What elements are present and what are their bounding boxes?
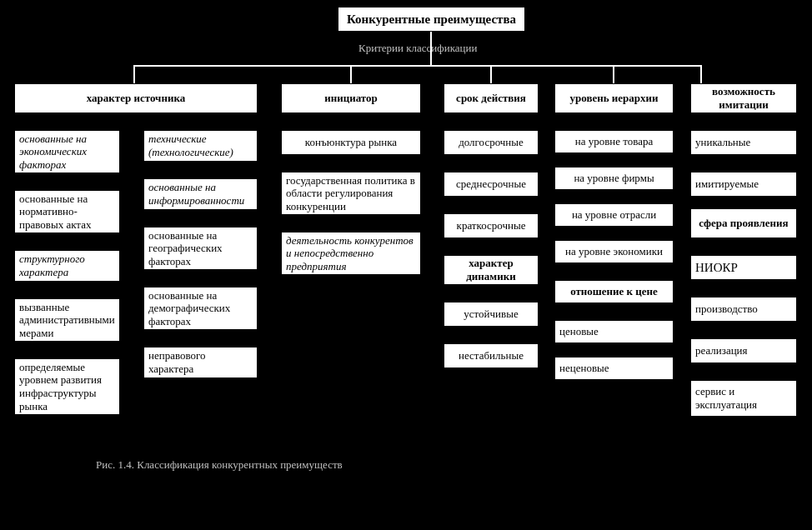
imit-unique: уникальные <box>690 130 797 155</box>
cat-initiator: инициатор <box>281 83 421 113</box>
subtitle-faded: Критерии классификации <box>358 42 477 55</box>
init-gov: государственная политика в области регул… <box>281 172 421 215</box>
source-normative: основанные на нормативно-правовых актах <box>14 190 120 233</box>
hier-product: на уровне товара <box>554 130 674 153</box>
line-root-down <box>430 32 432 65</box>
source-admin: вызванные административными мерами <box>14 298 120 342</box>
dyn-stable: устойчивые <box>444 302 539 327</box>
cat-hierarchy: уровень иерархии <box>554 83 674 113</box>
sphere-prod: производство <box>690 297 797 322</box>
hier-economy: на уровне экономики <box>554 240 674 263</box>
sphere-rnd: НИОКР <box>690 255 797 280</box>
cat-sphere: сфера проявления <box>690 208 797 238</box>
dur-short: краткосрочные <box>444 213 539 238</box>
line-drop-1 <box>133 65 135 83</box>
hier-firm: на уровне фирмы <box>554 167 674 190</box>
cat-source: характер источника <box>14 83 258 113</box>
dyn-unstable: нестабильные <box>444 343 539 368</box>
init-market: конъюнктура рынка <box>281 130 421 155</box>
source-geo: основанные на географических факторах <box>143 227 258 270</box>
line-horizontal-main <box>133 65 700 67</box>
root-box: Конкурентные преимущества <box>338 7 525 32</box>
cat-price: отношение к цене <box>554 280 674 303</box>
figure-caption: Рис. 1.4. Классификация конкурентных пре… <box>96 458 343 472</box>
line-drop-2 <box>350 65 352 83</box>
source-structural: структурного характера <box>14 250 120 282</box>
source-illegal: неправового характера <box>143 347 258 378</box>
init-competitors: деятельность конкурентов и непосредствен… <box>281 232 421 275</box>
source-demo: основанные на демографических факторах <box>143 287 258 330</box>
imit-copy: имитируемые <box>690 172 797 197</box>
line-drop-5 <box>700 65 702 83</box>
cat-imitation: возможность имитации <box>690 83 797 113</box>
source-inform: основанные на информированности <box>143 178 258 210</box>
dur-mid: среднесрочные <box>444 172 539 197</box>
cat-duration: срок действия <box>444 83 539 113</box>
line-drop-3 <box>490 65 492 83</box>
source-technical: технические (технологические) <box>143 130 258 162</box>
dur-long: долгосрочные <box>444 130 539 155</box>
price-no: неценовые <box>554 357 674 380</box>
source-infra: определяемые уровнем развития инфраструк… <box>14 358 120 415</box>
line-drop-4 <box>613 65 614 83</box>
sphere-sales: реализация <box>690 338 797 363</box>
sphere-service: сервис и эксплуатация <box>690 380 797 417</box>
source-economic: основанные на экономических факторах <box>14 130 120 173</box>
price-yes: ценовые <box>554 320 674 343</box>
cat-dynamics: характер динамики <box>444 255 539 285</box>
hier-industry: на уровне отрасли <box>554 203 674 227</box>
